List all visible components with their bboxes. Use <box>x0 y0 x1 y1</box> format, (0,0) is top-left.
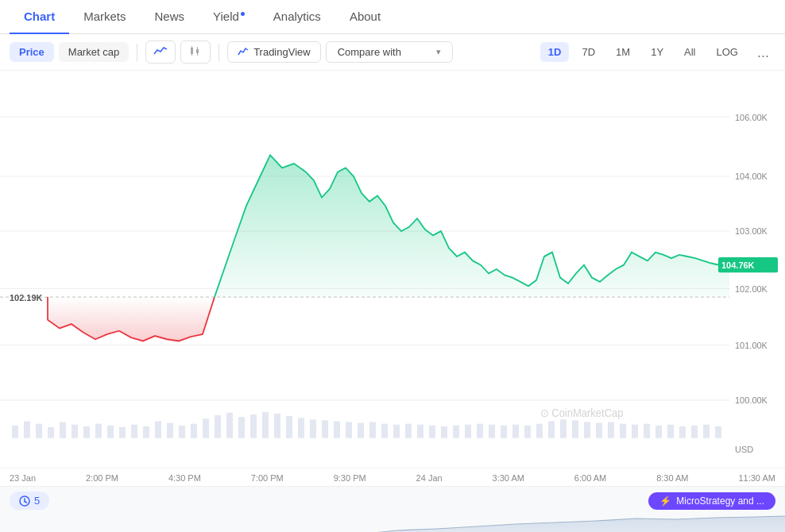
time-7d-button[interactable]: 7D <box>574 42 603 62</box>
svg-rect-61 <box>584 422 590 438</box>
svg-rect-59 <box>560 419 567 438</box>
svg-text:100.00K: 100.00K <box>735 395 768 405</box>
svg-rect-68 <box>667 425 674 438</box>
svg-rect-33 <box>250 414 257 438</box>
svg-rect-63 <box>608 422 614 438</box>
x-label-2: 4:30 PM <box>168 473 201 483</box>
svg-rect-70 <box>691 426 698 438</box>
nav-bar: Chart Markets News Yield Analytics About <box>0 0 785 34</box>
tradingview-button[interactable]: TradingView <box>227 41 321 63</box>
svg-text:106.00K: 106.00K <box>735 112 768 121</box>
x-label-7: 6:00 AM <box>574 473 606 483</box>
candle-chart-button[interactable] <box>180 40 211 64</box>
svg-rect-62 <box>596 423 602 438</box>
svg-text:103.00K: 103.00K <box>735 226 768 236</box>
log-button[interactable]: LOG <box>709 42 746 62</box>
time-1m-button[interactable]: 1M <box>608 42 638 62</box>
svg-rect-65 <box>632 425 638 438</box>
tab-yield[interactable]: Yield <box>199 0 259 34</box>
svg-rect-19 <box>83 426 90 438</box>
svg-rect-32 <box>238 417 245 438</box>
svg-rect-16 <box>48 427 54 438</box>
svg-rect-36 <box>286 416 292 438</box>
mini-chart-svg <box>0 515 785 532</box>
market-cap-button[interactable]: Market cap <box>59 42 129 62</box>
svg-rect-38 <box>310 419 316 438</box>
x-label-3: 7:00 PM <box>251 473 284 483</box>
news-badge[interactable]: ⚡ MicroStrategy and ... <box>648 492 775 510</box>
svg-text:USD: USD <box>735 445 753 454</box>
chevron-down-icon: ▾ <box>436 47 441 57</box>
toolbar: Price Market cap TradingView Compare wit… <box>0 34 785 71</box>
clock-badge[interactable]: 5 <box>10 492 49 510</box>
x-label-4: 9:30 PM <box>334 473 366 483</box>
x-label-8: 8:30 AM <box>656 473 688 483</box>
tab-analytics[interactable]: Analytics <box>259 0 335 34</box>
svg-text:104.00K: 104.00K <box>735 172 768 181</box>
svg-text:101.00K: 101.00K <box>735 341 768 350</box>
clock-icon <box>19 495 30 507</box>
compare-button[interactable]: Compare with ▾ <box>326 41 453 63</box>
x-label-9: 11:30 AM <box>738 473 775 483</box>
svg-rect-17 <box>60 422 66 438</box>
svg-rect-40 <box>334 421 340 438</box>
svg-rect-14 <box>24 421 30 438</box>
svg-rect-37 <box>298 418 304 438</box>
x-label-1: 2:00 PM <box>86 473 118 483</box>
svg-rect-72 <box>715 426 721 438</box>
svg-text:102.19K: 102.19K <box>10 293 43 303</box>
yield-dot <box>241 12 245 16</box>
svg-rect-50 <box>453 426 459 438</box>
divider-2 <box>218 44 219 61</box>
time-1y-button[interactable]: 1Y <box>643 42 671 62</box>
svg-rect-45 <box>393 425 400 438</box>
svg-rect-25 <box>155 421 161 438</box>
svg-rect-0 <box>191 48 193 54</box>
svg-rect-39 <box>322 420 328 438</box>
bottom-bar: 5 ⚡ MicroStrategy and ... <box>0 486 785 515</box>
svg-rect-23 <box>131 425 137 438</box>
svg-rect-15 <box>36 424 42 438</box>
chart-svg: 106.00K 104.00K 103.00K 102.00K 101.00K … <box>0 71 785 468</box>
svg-rect-3 <box>196 49 199 53</box>
svg-rect-26 <box>167 423 173 438</box>
svg-rect-58 <box>548 421 555 438</box>
svg-rect-60 <box>572 420 578 438</box>
svg-rect-54 <box>501 426 507 438</box>
price-button[interactable]: Price <box>10 42 54 62</box>
svg-rect-44 <box>381 424 388 438</box>
svg-rect-20 <box>95 424 102 438</box>
tradingview-icon <box>238 47 249 58</box>
lightning-icon: ⚡ <box>659 495 671 507</box>
svg-rect-46 <box>405 424 412 438</box>
svg-rect-22 <box>119 427 126 438</box>
svg-rect-41 <box>346 422 352 438</box>
svg-rect-27 <box>179 426 185 438</box>
tab-about[interactable]: About <box>335 0 395 34</box>
svg-rect-56 <box>524 426 531 438</box>
svg-rect-24 <box>143 426 149 438</box>
svg-rect-35 <box>274 414 280 438</box>
time-all-button[interactable]: All <box>676 42 703 62</box>
more-button[interactable]: ... <box>751 41 775 64</box>
divider-1 <box>137 44 137 61</box>
red-fill <box>48 297 215 341</box>
svg-rect-55 <box>512 425 519 438</box>
x-axis: 23 Jan 2:00 PM 4:30 PM 7:00 PM 9:30 PM 2… <box>0 468 785 486</box>
tab-markets[interactable]: Markets <box>69 0 140 34</box>
x-label-5: 24 Jan <box>416 473 443 483</box>
svg-rect-71 <box>703 425 710 438</box>
svg-rect-51 <box>465 425 471 438</box>
line-chart-button[interactable] <box>145 40 176 64</box>
x-label-6: 3:30 AM <box>493 473 524 483</box>
svg-rect-43 <box>369 422 376 438</box>
tab-chart[interactable]: Chart <box>10 0 69 34</box>
svg-text:⊙ CoinMarketCap: ⊙ CoinMarketCap <box>540 407 623 419</box>
mini-chart-area: ⏸ <box>0 515 785 532</box>
time-1d-button[interactable]: 1D <box>540 42 570 62</box>
svg-rect-53 <box>489 425 495 438</box>
svg-rect-13 <box>12 426 18 438</box>
svg-rect-57 <box>536 424 543 438</box>
svg-rect-67 <box>655 426 662 438</box>
tab-news[interactable]: News <box>141 0 199 34</box>
